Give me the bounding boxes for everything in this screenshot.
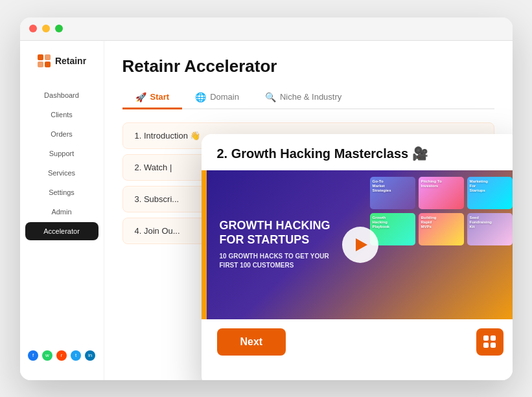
video-subtitle-bold: 10 GROWTH HACKS <box>220 253 283 260</box>
sidebar-item-dashboard[interactable]: Dashboard <box>25 86 98 104</box>
modal-title: 2. Growth Hacking Masterclass 🎥 <box>217 146 503 161</box>
linkedin-icon[interactable]: in <box>85 350 95 361</box>
sidebar-item-clients[interactable]: Clients <box>25 106 98 124</box>
tab-bar: 🚀 Start 🌐 Domain 🔍 Niche & Industry <box>122 87 494 109</box>
thumbnail-3: MarketingForStartups <box>467 177 513 209</box>
video-accent-bar <box>202 170 207 319</box>
tab-domain[interactable]: 🌐 Domain <box>182 87 252 109</box>
browser-titlebar <box>20 17 513 41</box>
sidebar-item-services[interactable]: Services <box>25 164 98 182</box>
sidebar-item-settings[interactable]: Settings <box>25 183 98 201</box>
globe-icon: 🌐 <box>195 92 206 102</box>
app-layout: Retainr Dashboard Clients Orders Support… <box>20 41 513 380</box>
page-title: Retainr Accelerator <box>122 56 494 76</box>
search-tab-icon: 🔍 <box>265 92 276 102</box>
close-dot[interactable] <box>29 25 37 32</box>
browser-window: Retainr Dashboard Clients Orders Support… <box>20 17 513 380</box>
twitter-icon[interactable]: t <box>71 350 81 361</box>
thumbnail-1: Go-ToMarketStrategies <box>370 177 415 209</box>
grid-button[interactable] <box>476 328 503 356</box>
sidebar-item-admin[interactable]: Admin <box>25 203 98 221</box>
svg-rect-0 <box>38 54 43 60</box>
tab-niche-label: Niche & Industry <box>280 92 341 102</box>
reddit-icon[interactable]: r <box>56 350 67 361</box>
video-area: GROWTH HACKINGFOR STARTUPS 10 GROWTH HAC… <box>202 170 513 319</box>
thumbnail-5: BuildingRapidMVPs <box>419 213 464 245</box>
main-content: Retainr Accelerator 🚀 Start 🌐 Domain 🔍 N… <box>104 41 513 380</box>
modal-footer: Next <box>202 319 513 365</box>
play-button[interactable] <box>342 227 378 263</box>
svg-rect-1 <box>45 54 51 60</box>
whatsapp-icon[interactable]: w <box>42 350 52 361</box>
svg-rect-3 <box>45 62 51 67</box>
sidebar-navigation: Dashboard Clients Orders Support Service… <box>20 86 104 240</box>
social-links: f w r t in <box>21 344 102 367</box>
modal-overlay: 2. Growth Hacking Masterclass 🎥 GROWTH H… <box>202 134 513 380</box>
thumbnail-6: SeedFundraisingKit <box>467 213 513 245</box>
tab-start[interactable]: 🚀 Start <box>122 87 183 109</box>
sidebar: Retainr Dashboard Clients Orders Support… <box>20 41 104 380</box>
sidebar-item-orders[interactable]: Orders <box>25 125 98 143</box>
thumb-row-1: Go-ToMarketStrategies Pitching ToInvesto… <box>370 177 513 209</box>
logo-text: Retainr <box>55 56 86 66</box>
next-button[interactable]: Next <box>217 328 286 356</box>
thumbnail-2: Pitching ToInvestors <box>419 177 464 209</box>
rocket-icon: 🚀 <box>135 92 146 102</box>
thumb-row-2: GrowthHackingPlaybook BuildingRapidMVPs … <box>370 213 513 245</box>
logo: Retainr <box>27 54 97 68</box>
modal-header: 2. Growth Hacking Masterclass 🎥 <box>202 134 513 170</box>
minimize-dot[interactable] <box>42 25 50 32</box>
svg-rect-2 <box>38 62 43 67</box>
facebook-icon[interactable]: f <box>28 350 38 361</box>
maximize-dot[interactable] <box>55 25 63 32</box>
sidebar-item-support[interactable]: Support <box>25 144 98 163</box>
play-icon <box>356 238 367 251</box>
video-thumbnails: Go-ToMarketStrategies Pitching ToInvesto… <box>370 177 513 245</box>
tab-niche[interactable]: 🔍 Niche & Industry <box>252 87 354 109</box>
grid-icon <box>483 335 496 348</box>
sidebar-item-accelerator[interactable]: Accelerator <box>25 222 98 240</box>
logo-icon <box>37 54 51 68</box>
tab-domain-label: Domain <box>210 92 239 102</box>
tab-start-label: Start <box>150 92 170 102</box>
